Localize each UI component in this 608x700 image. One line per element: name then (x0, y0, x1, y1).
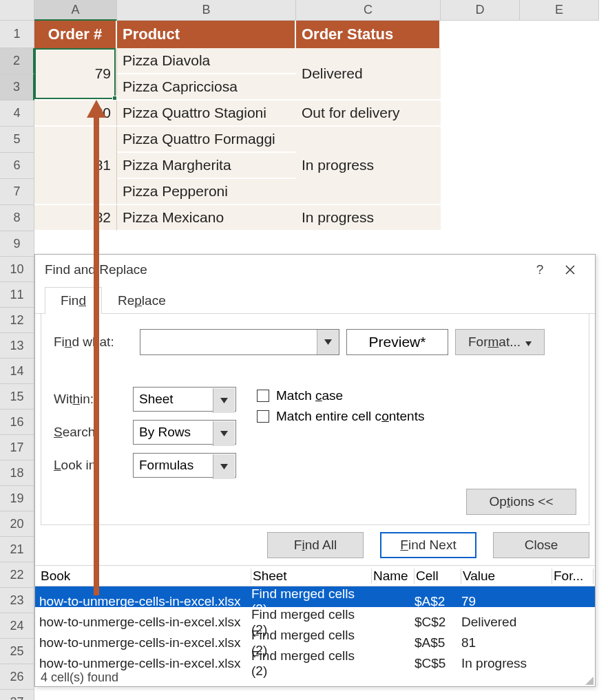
within-label: Within: (54, 392, 133, 407)
checkbox-icon (257, 410, 269, 423)
result-row[interactable]: how-to-unmerge-cells-in-excel.xlsx Find … (35, 628, 595, 648)
row-header-25[interactable]: 25 (0, 639, 34, 664)
res-col-name[interactable]: Name (372, 569, 415, 584)
cell-B4[interactable]: Pizza Quattro Stagioni (117, 100, 296, 127)
format-button[interactable]: Format... (455, 329, 545, 355)
col-header-B[interactable]: B (117, 0, 296, 21)
row-header-6[interactable]: 6 (0, 153, 34, 179)
cell-A4[interactable]: 80 (34, 100, 117, 127)
row-header-13[interactable]: 13 (0, 333, 34, 359)
cell-C2[interactable]: Delivered (296, 48, 441, 100)
tab-replace[interactable]: Replace (102, 287, 182, 314)
result-row[interactable]: how-to-unmerge-cells-in-excel.xlsx Find … (35, 586, 595, 607)
result-cell: $C$2 (415, 615, 461, 630)
row-header-18[interactable]: 18 (0, 460, 34, 486)
result-value: Delivered (461, 615, 552, 630)
row-header-17[interactable]: 17 (0, 435, 34, 460)
close-button[interactable]: Close (493, 532, 589, 558)
hdr-status[interactable]: Order Status (296, 21, 441, 48)
row-header-24[interactable]: 24 (0, 613, 34, 639)
find-replace-dialog: Find and Replace ? Find Replace Find wha… (34, 254, 596, 687)
row-header-14[interactable]: 14 (0, 359, 34, 384)
cell-A8[interactable]: 82 (34, 205, 117, 231)
tab-find[interactable]: Find (45, 287, 102, 314)
row-header-4[interactable]: 4 (0, 100, 34, 127)
close-icon[interactable] (555, 255, 585, 285)
row-header-23[interactable]: 23 (0, 588, 34, 613)
row-header-26[interactable]: 26 (0, 664, 34, 690)
cell-C5[interactable]: In progress (296, 127, 441, 205)
cell-B6[interactable]: Pizza Margherita (117, 153, 296, 179)
row-header-21[interactable]: 21 (0, 537, 34, 562)
options-button[interactable]: Options << (466, 489, 576, 515)
dialog-titlebar[interactable]: Find and Replace ? (35, 255, 595, 285)
row-header-1[interactable]: 1 (0, 21, 34, 48)
find-what-dropdown[interactable] (317, 330, 339, 354)
cell-B3[interactable]: Pizza Capricciosa (117, 74, 296, 100)
res-col-formula[interactable]: For... (552, 569, 594, 584)
row-header-15[interactable]: 15 (0, 384, 34, 410)
hdr-product[interactable]: Product (117, 21, 296, 48)
col-header-C[interactable]: C (296, 0, 441, 21)
checkbox-icon (257, 390, 269, 402)
row-header-12[interactable]: 12 (0, 308, 34, 333)
lookin-select[interactable]: Formulas (133, 453, 236, 478)
hdr-order[interactable]: Order # (34, 21, 117, 48)
find-all-button[interactable]: Find All (267, 532, 364, 558)
res-col-sheet[interactable]: Sheet (251, 569, 372, 584)
cell-C4[interactable]: Out for delivery (296, 100, 441, 127)
row-header-3[interactable]: 3 (0, 74, 34, 100)
row-header-9[interactable]: 9 (0, 231, 34, 257)
cell-C8[interactable]: In progress (296, 205, 441, 231)
results-header: Book Sheet Name Cell Value For... (35, 566, 595, 586)
search-label: Search: (54, 425, 133, 440)
find-panel: Find what: Preview* Format... Within: Sh… (41, 314, 589, 525)
format-preview: Preview* (346, 329, 448, 355)
search-select[interactable]: By Rows (133, 420, 236, 445)
col-header-A[interactable]: A (34, 0, 117, 21)
cell-B2[interactable]: Pizza Diavola (117, 48, 296, 74)
row-header-22[interactable]: 22 (0, 562, 34, 588)
result-value: 81 (461, 635, 552, 650)
row-header-27[interactable]: 27 (0, 690, 34, 700)
match-case-checkbox[interactable]: Match case (257, 388, 576, 403)
res-col-value[interactable]: Value (461, 569, 552, 584)
col-header-E[interactable]: E (520, 0, 599, 21)
res-col-book[interactable]: Book (39, 569, 251, 584)
result-row[interactable]: how-to-unmerge-cells-in-excel.xlsx Find … (35, 648, 595, 669)
help-button[interactable]: ? (525, 255, 555, 285)
row-header-16[interactable]: 16 (0, 410, 34, 435)
cell-B5[interactable]: Pizza Quattro Formaggi (117, 127, 296, 153)
row-header-19[interactable]: 19 (0, 486, 34, 511)
col-header-D[interactable]: D (441, 0, 520, 21)
cell-A2[interactable]: 79 (34, 48, 117, 100)
lookin-dropdown-icon (213, 454, 235, 479)
row-header-11[interactable]: 11 (0, 282, 34, 308)
result-book: how-to-unmerge-cells-in-excel.xlsx (39, 635, 251, 650)
results-list: Book Sheet Name Cell Value For... how-to… (35, 565, 595, 686)
row-header-2[interactable]: 2 (0, 48, 34, 74)
cell-B7[interactable]: Pizza Pepperoni (117, 179, 296, 205)
row-header-7[interactable]: 7 (0, 179, 34, 205)
select-all-corner[interactable] (0, 0, 34, 21)
row-header-20[interactable]: 20 (0, 511, 34, 537)
result-cell: $A$2 (415, 594, 461, 609)
resize-handle-icon[interactable] (585, 677, 594, 685)
res-col-cell[interactable]: Cell (415, 569, 461, 584)
result-book: how-to-unmerge-cells-in-excel.xlsx (39, 615, 251, 630)
result-row[interactable]: how-to-unmerge-cells-in-excel.xlsx Find … (35, 607, 595, 628)
lookin-label: Look in: (54, 458, 133, 473)
column-headers: A B C D E (0, 0, 608, 21)
row-header-8[interactable]: 8 (0, 205, 34, 231)
cell-A5[interactable]: 81 (34, 127, 117, 205)
tabs: Find Replace (35, 286, 595, 314)
within-dropdown-icon (213, 388, 235, 413)
find-what-input[interactable] (140, 329, 339, 355)
match-entire-checkbox[interactable]: Match entire cell contents (257, 409, 576, 424)
chevron-down-icon (525, 335, 532, 350)
within-select[interactable]: Sheet (133, 387, 236, 412)
cell-B8[interactable]: Pizza Mexicano (117, 205, 296, 231)
find-next-button[interactable]: Find Next (380, 532, 476, 558)
row-header-10[interactable]: 10 (0, 257, 34, 282)
row-header-5[interactable]: 5 (0, 127, 34, 153)
